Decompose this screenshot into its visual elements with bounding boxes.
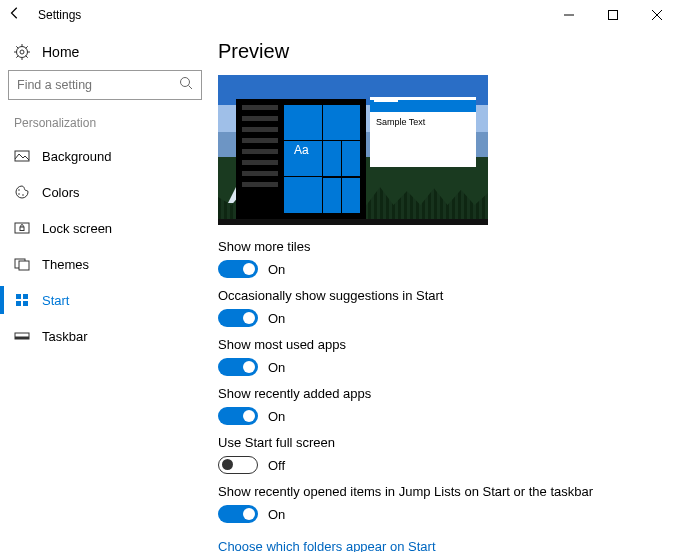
window-controls (547, 0, 679, 30)
sample-text: Sample Text (370, 112, 476, 132)
svg-rect-23 (19, 261, 29, 270)
svg-point-17 (18, 189, 20, 191)
sidebar: Home Personalization Background Colors L… (0, 30, 210, 552)
svg-line-10 (16, 46, 18, 48)
toggle-state: On (268, 311, 285, 326)
sidebar-item-themes[interactable]: Themes (0, 246, 210, 282)
sidebar-item-colors[interactable]: Colors (0, 174, 210, 210)
minimize-icon (564, 10, 574, 20)
sidebar-item-label: Colors (42, 185, 80, 200)
search-input[interactable] (17, 78, 179, 92)
setting-label: Use Start full screen (218, 435, 655, 450)
colors-icon (14, 184, 30, 200)
svg-rect-27 (23, 301, 28, 306)
toggle-state: On (268, 507, 285, 522)
svg-rect-21 (20, 227, 24, 231)
sidebar-item-lock-screen[interactable]: Lock screen (0, 210, 210, 246)
gear-icon (14, 44, 30, 60)
svg-rect-24 (16, 294, 21, 299)
page-title: Preview (218, 40, 655, 63)
setting-label: Show recently opened items in Jump Lists… (218, 484, 655, 499)
home-button[interactable]: Home (0, 38, 210, 70)
title-bar: Settings (0, 0, 679, 30)
taskbar-icon (14, 328, 30, 344)
main-content: Preview Sample Text Show more tilesOnOcc… (210, 30, 679, 552)
toggle-switch[interactable] (218, 407, 258, 425)
svg-rect-1 (609, 11, 618, 20)
toggle-switch[interactable] (218, 456, 258, 474)
close-icon (652, 10, 662, 20)
maximize-button[interactable] (591, 0, 635, 30)
themes-icon (14, 256, 30, 272)
search-icon (179, 76, 193, 94)
window-title: Settings (30, 8, 81, 22)
close-button[interactable] (635, 0, 679, 30)
svg-rect-26 (16, 301, 21, 306)
toggle-state: On (268, 262, 285, 277)
toggle-switch[interactable] (218, 260, 258, 278)
toggle-state: On (268, 409, 285, 424)
lock-screen-icon (14, 220, 30, 236)
toggle-switch[interactable] (218, 505, 258, 523)
setting-label: Show recently added apps (218, 386, 655, 401)
sidebar-item-label: Taskbar (42, 329, 88, 344)
start-menu-preview (236, 99, 366, 219)
toggle-state: On (268, 360, 285, 375)
svg-rect-25 (23, 294, 28, 299)
toggle-switch[interactable] (218, 358, 258, 376)
setting-label: Occasionally show suggestions in Start (218, 288, 655, 303)
back-button[interactable] (0, 6, 30, 24)
svg-line-12 (16, 56, 18, 58)
svg-line-15 (189, 86, 193, 90)
svg-point-14 (181, 78, 190, 87)
sidebar-item-start[interactable]: Start (0, 282, 210, 318)
choose-folders-link[interactable]: Choose which folders appear on Start (218, 539, 436, 552)
toggle-switch[interactable] (218, 309, 258, 327)
category-header: Personalization (0, 100, 210, 138)
search-box[interactable] (8, 70, 202, 100)
start-preview-image: Sample Text (218, 75, 488, 225)
svg-point-5 (20, 50, 24, 54)
sample-window-preview: Sample Text (370, 97, 476, 167)
svg-line-11 (26, 56, 28, 58)
setting-label: Show most used apps (218, 337, 655, 352)
background-icon (14, 148, 30, 164)
sidebar-item-label: Themes (42, 257, 89, 272)
toggle-state: Off (268, 458, 285, 473)
maximize-icon (608, 10, 618, 20)
sidebar-item-label: Start (42, 293, 69, 308)
start-icon (14, 292, 30, 308)
sidebar-item-background[interactable]: Background (0, 138, 210, 174)
home-label: Home (42, 44, 79, 60)
svg-line-13 (26, 46, 28, 48)
arrow-left-icon (8, 6, 22, 20)
sidebar-item-taskbar[interactable]: Taskbar (0, 318, 210, 354)
svg-point-18 (18, 193, 20, 195)
svg-rect-29 (15, 337, 29, 340)
sidebar-item-label: Lock screen (42, 221, 112, 236)
sidebar-item-label: Background (42, 149, 111, 164)
svg-point-19 (22, 194, 24, 196)
setting-label: Show more tiles (218, 239, 655, 254)
minimize-button[interactable] (547, 0, 591, 30)
